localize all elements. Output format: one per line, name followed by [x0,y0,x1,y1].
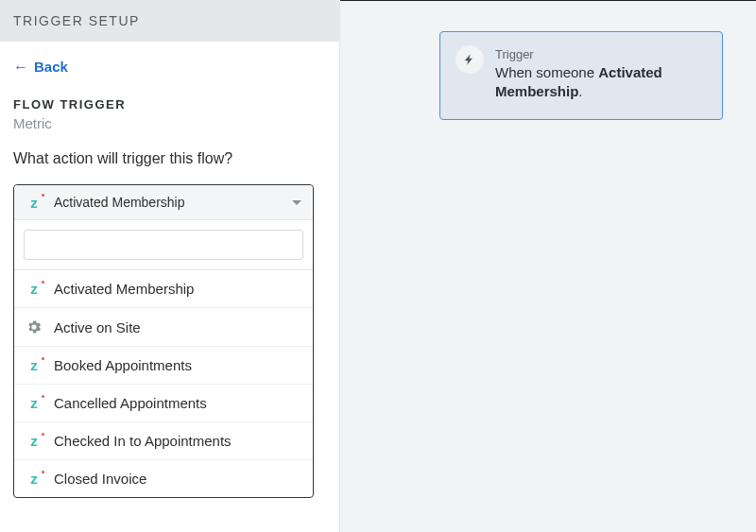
panel-header: TRIGGER SETUP [0,0,339,42]
dropdown-selected-label: Activated Membership [54,195,185,210]
back-button[interactable]: ← Back [13,59,68,75]
trigger-question: What action will trigger this flow? [13,150,326,167]
panel-content: ← Back FLOW TRIGGER Metric What action w… [0,42,339,498]
dropdown-option[interactable]: Booked Appointments [14,347,313,385]
z-icon [26,359,43,372]
dropdown-option[interactable]: Checked In to Appointments [14,422,313,460]
z-icon [26,196,43,209]
trigger-metric-dropdown[interactable]: Activated Membership Activated Membershi… [13,184,314,498]
canvas: Trigger When someone Activated Membershi… [340,0,756,532]
trigger-card-label: Trigger [495,47,707,61]
left-panel: TRIGGER SETUP ← Back FLOW TRIGGER Metric… [0,0,340,532]
dropdown-option-label: Cancelled Appointments [54,395,207,411]
dropdown-option[interactable]: Closed Invoice [14,460,313,497]
trigger-desc-prefix: When someone [495,64,598,80]
dropdown-option-label: Checked In to Appointments [54,433,232,449]
z-icon [26,435,43,448]
chevron-down-icon [292,200,301,205]
back-label: Back [34,59,68,75]
dropdown-option-label: Booked Appointments [54,357,192,373]
section-sub: Metric [13,115,326,131]
dropdown-option-label: Activated Membership [54,281,194,297]
z-icon [26,397,43,410]
trigger-card-text: Trigger When someone Activated Membershi… [495,45,707,102]
back-arrow-icon: ← [13,60,28,75]
dropdown-options: Activated Membership Active on Site Book… [14,270,313,497]
dropdown-search-input[interactable] [24,230,303,260]
dropdown-option[interactable]: Active on Site [14,308,313,347]
z-icon [26,472,43,486]
dropdown-option[interactable]: Cancelled Appointments [14,385,313,422]
section-title: FLOW TRIGGER [13,97,326,112]
trigger-desc-suffix: . [578,83,582,99]
dropdown-selected[interactable]: Activated Membership [14,185,313,220]
app-root: TRIGGER SETUP ← Back FLOW TRIGGER Metric… [0,0,756,532]
lightning-icon [455,45,484,74]
dropdown-search-wrap [14,220,313,270]
panel-title: TRIGGER SETUP [13,13,140,28]
gear-icon [26,318,43,335]
trigger-card-desc: When someone Activated Membership. [495,63,707,102]
trigger-card[interactable]: Trigger When someone Activated Membershi… [439,31,723,120]
z-icon [26,283,43,296]
dropdown-option[interactable]: Activated Membership [14,270,313,308]
dropdown-option-label: Active on Site [54,319,141,335]
dropdown-option-label: Closed Invoice [54,471,146,487]
